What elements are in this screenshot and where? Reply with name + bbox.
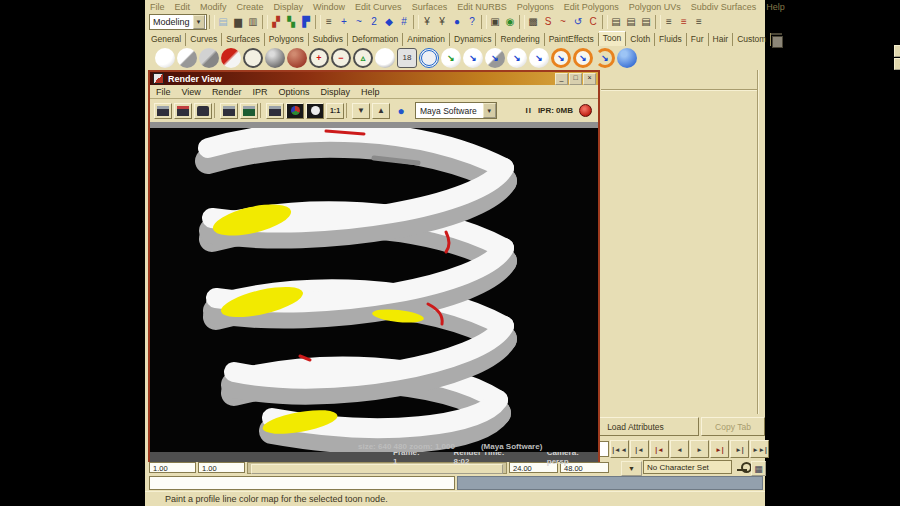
menu-modify[interactable]: Modify <box>200 2 227 12</box>
anim-start-field[interactable]: 1.00 <box>198 462 245 473</box>
toon-paint-profile-open-icon[interactable]: ↘ <box>595 48 615 68</box>
ipr-render-icon[interactable]: ▤ <box>624 15 639 30</box>
render-view-titlebar[interactable]: Render View _□× <box>150 72 598 85</box>
snap-point-icon[interactable]: 2 <box>367 15 382 30</box>
toon-outline-blue-icon[interactable] <box>419 48 439 68</box>
tool-icon[interactable] <box>413 15 419 29</box>
go-to-end-button[interactable]: ►►| <box>750 440 769 458</box>
scroll-up-icon[interactable]: ▴ <box>894 45 900 57</box>
command-line-input[interactable] <box>149 476 455 490</box>
menu-polygons[interactable]: Polygons <box>517 2 554 12</box>
menu-set-dropdown[interactable]: Modeling ▼ <box>149 14 207 30</box>
magnet-icon[interactable]: C <box>586 15 601 30</box>
keep-image-icon[interactable] <box>266 103 284 119</box>
toon-frame-18-icon[interactable]: 18 <box>397 48 417 68</box>
chevron-down-icon[interactable]: ▼ <box>193 15 205 29</box>
menu-subdiv-surfaces[interactable]: Subdiv Surfaces <box>691 2 757 12</box>
play-forwards-button[interactable]: ► <box>690 440 709 458</box>
toggle-tool-settings-icon[interactable]: ≡ <box>677 15 692 30</box>
ipr-render-icon[interactable] <box>240 103 258 119</box>
tool-icon[interactable] <box>315 15 321 29</box>
toon-fill-dark-icon[interactable] <box>265 48 285 68</box>
redo-previous-render-icon[interactable] <box>174 103 192 119</box>
copy-tab-button[interactable]: Copy Tab <box>701 417 765 436</box>
toon-paint-fill-2-icon[interactable]: ↘ <box>485 48 505 68</box>
character-set-arrow-icon[interactable]: ▼ <box>621 461 642 476</box>
toggle-channel-box-icon[interactable]: ≡ <box>692 15 707 30</box>
maximize-button[interactable]: □ <box>569 73 582 85</box>
render-icon[interactable] <box>154 103 172 119</box>
toon-shadow-icon[interactable] <box>375 48 395 68</box>
render-view-tool-icon[interactable] <box>214 103 218 118</box>
select-object-icon[interactable]: ▚ <box>284 15 299 30</box>
toon-assign-fill-icon[interactable]: ↘ <box>441 48 461 68</box>
tab-cloth[interactable]: Cloth <box>626 33 655 46</box>
go-to-start-button[interactable]: |◄◄ <box>610 440 629 458</box>
panel-scrollbar[interactable] <box>757 70 759 414</box>
toon-paint-fill-4-icon[interactable]: ↘ <box>529 48 549 68</box>
rgb-channels-icon[interactable] <box>286 103 304 119</box>
output-connections-icon[interactable]: ¥ <box>435 15 450 30</box>
render-region-icon[interactable] <box>220 103 238 119</box>
close-button[interactable]: × <box>583 73 596 85</box>
save-scene-icon[interactable]: ▥ <box>246 15 261 30</box>
construction-history-icon[interactable]: ● <box>450 15 465 30</box>
ipr-stop-icon[interactable] <box>579 104 592 117</box>
snap-view-plane-icon[interactable]: ◆ <box>382 15 397 30</box>
toon-paint-profile-2-icon[interactable]: ↘ <box>573 48 593 68</box>
toon-fill-darkred-icon[interactable] <box>287 48 307 68</box>
menu-file[interactable]: File <box>150 2 165 12</box>
toon-paint-fill-3-icon[interactable]: ↘ <box>507 48 527 68</box>
one-to-one-icon[interactable]: 1:1 <box>326 103 344 119</box>
toon-paint-profile-icon[interactable]: ↘ <box>551 48 571 68</box>
chevron-down-icon[interactable]: ▼ <box>483 103 496 118</box>
menu-edit-curves[interactable]: Edit Curves <box>355 2 402 12</box>
menu-window[interactable]: Window <box>313 2 345 12</box>
show-manipulator-icon[interactable]: ↺ <box>571 15 586 30</box>
toon-paint-fill-icon[interactable]: ↘ <box>463 48 483 68</box>
snap-curve-icon[interactable]: ~ <box>352 15 367 30</box>
help-icon[interactable]: ? <box>465 15 480 30</box>
menu-edit-nurbs[interactable]: Edit NURBS <box>457 2 507 12</box>
minimize-button[interactable]: _ <box>555 73 568 85</box>
rv-menu-render[interactable]: Render <box>212 87 242 97</box>
select-component-icon[interactable]: ▛ <box>299 15 314 30</box>
open-scene-icon[interactable]: ▆ <box>231 15 246 30</box>
highlight-select-icon[interactable]: ◉ <box>503 15 518 30</box>
auto-keyframe-icon[interactable] <box>737 464 747 471</box>
toon-sphere-blue-icon[interactable] <box>617 48 637 68</box>
tool-icon[interactable] <box>262 15 268 29</box>
toon-fill-light-icon[interactable] <box>177 48 197 68</box>
lock-icon[interactable]: ▣ <box>488 15 503 30</box>
menu-polygon-uvs[interactable]: Polygon UVs <box>629 2 681 12</box>
tool-icon[interactable] <box>209 15 215 29</box>
scroll-down-icon[interactable]: ▾ <box>894 58 900 70</box>
tab-curves[interactable]: Curves <box>186 33 222 46</box>
menu-help[interactable]: Help <box>766 2 785 12</box>
render-current-frame-icon[interactable]: ▤ <box>609 15 624 30</box>
tool-icon[interactable] <box>519 15 525 29</box>
soft-mod-icon[interactable]: ~ <box>556 15 571 30</box>
tab-surfaces[interactable]: Surfaces <box>222 33 265 46</box>
menu-display[interactable]: Display <box>274 2 304 12</box>
ipr-sphere-icon[interactable]: ● <box>392 103 410 119</box>
tool-icon[interactable] <box>655 15 661 29</box>
input-connections-icon[interactable]: ¥ <box>420 15 435 30</box>
toon-fill-gray-icon[interactable] <box>199 48 219 68</box>
tab-fur[interactable]: Fur <box>687 33 709 46</box>
tab-rendering[interactable]: Rendering <box>496 33 544 46</box>
rv-menu-ipr[interactable]: IPR <box>252 87 267 97</box>
tab-hair[interactable]: Hair <box>709 33 734 46</box>
toon-fill-red-icon[interactable] <box>221 48 241 68</box>
snap-grid-icon[interactable]: + <box>337 15 352 30</box>
step-forward-frame-button[interactable]: ►| <box>730 440 749 458</box>
rv-menu-display[interactable]: Display <box>320 87 350 97</box>
tab-subdivs[interactable]: Subdivs <box>309 33 348 46</box>
menu-surfaces[interactable]: Surfaces <box>412 2 448 12</box>
step-back-key-button[interactable]: |◄ <box>650 440 669 458</box>
keep-image-down-icon[interactable]: ▼ <box>352 103 370 119</box>
renderer-dropdown[interactable]: Maya Software ▼ <box>415 102 497 119</box>
step-back-frame-button[interactable]: |◄ <box>630 440 649 458</box>
rv-menu-view[interactable]: View <box>182 87 201 97</box>
toon-remove-outline-icon[interactable]: − <box>331 48 351 68</box>
